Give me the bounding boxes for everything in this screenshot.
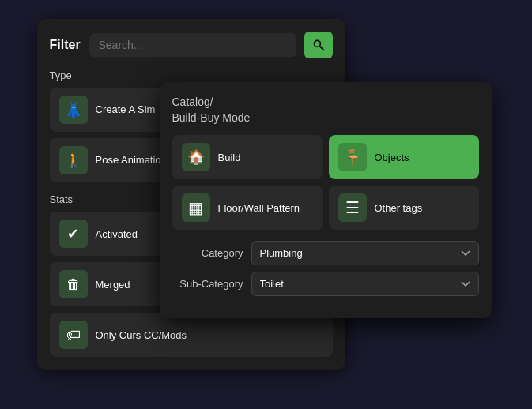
search-icon bbox=[312, 39, 325, 51]
search-button[interactable] bbox=[304, 32, 333, 58]
activated-icon: ✔ bbox=[59, 220, 88, 248]
category-select[interactable]: Plumbing bbox=[251, 241, 479, 265]
merged-label: Merged bbox=[96, 279, 130, 291]
sub-buttons-grid: 🏠 Build 🪑 Objects ▦ Floor/Wall Pattern ☰… bbox=[172, 135, 479, 230]
category-row: Category Plumbing bbox=[172, 241, 479, 265]
create-sim-label: Create A Sim bbox=[96, 103, 156, 117]
sub-btn-other-tags[interactable]: ☰ Other tags bbox=[329, 186, 479, 230]
sub-category-select[interactable]: Toilet bbox=[251, 272, 479, 296]
search-input[interactable] bbox=[89, 33, 296, 57]
pose-icon: 🚶 bbox=[59, 146, 88, 174]
create-sim-icon: 👗 bbox=[59, 96, 88, 124]
category-label: Category bbox=[172, 247, 243, 259]
other-tags-label: Other tags bbox=[375, 202, 423, 214]
objects-label: Objects bbox=[375, 152, 409, 163]
build-label: Build bbox=[218, 152, 241, 163]
sub-btn-objects[interactable]: 🪑 Objects bbox=[329, 135, 479, 179]
sub-panel-title: Catalog/ Build-Buy Mode bbox=[172, 95, 479, 126]
type-section-label: Type bbox=[50, 69, 333, 81]
sub-btn-floor-wall[interactable]: ▦ Floor/Wall Pattern bbox=[172, 186, 323, 230]
sub-btn-build[interactable]: 🏠 Build bbox=[172, 135, 323, 179]
only-curs-icon: 🏷 bbox=[59, 321, 88, 349]
filter-header: Filter bbox=[50, 32, 333, 58]
only-curs-label: Only Curs CC/Mods bbox=[96, 329, 187, 341]
build-icon: 🏠 bbox=[182, 143, 210, 171]
stat-btn-only-curs[interactable]: 🏷 Only Curs CC/Mods bbox=[50, 313, 333, 357]
pose-label: Pose Animation bbox=[96, 154, 167, 167]
svg-line-1 bbox=[319, 47, 323, 51]
other-tags-icon: ☰ bbox=[338, 193, 367, 222]
filter-title: Filter bbox=[50, 38, 81, 52]
svg-point-0 bbox=[314, 40, 320, 47]
floor-wall-label: Floor/Wall Pattern bbox=[218, 202, 300, 214]
floor-wall-icon: ▦ bbox=[182, 193, 210, 222]
objects-icon: 🪑 bbox=[338, 143, 367, 171]
activated-label: Activated bbox=[96, 228, 138, 240]
sub-category-row: Sub-Category Toilet bbox=[172, 272, 479, 296]
merged-icon: 🗑 bbox=[59, 270, 88, 298]
sub-category-label: Sub-Category bbox=[172, 278, 243, 290]
sub-menu-panel: Catalog/ Build-Buy Mode 🏠 Build 🪑 Object… bbox=[160, 82, 492, 318]
